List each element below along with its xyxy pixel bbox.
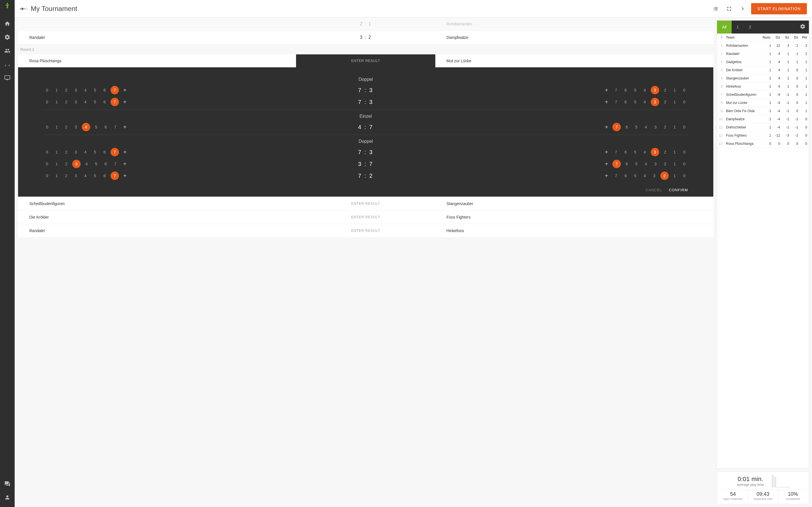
ranking-settings-button[interactable] (797, 24, 809, 31)
score-option[interactable]: 3 (651, 173, 658, 178)
next-round-button[interactable] (738, 4, 748, 14)
score-option[interactable]: 3 (652, 162, 659, 166)
score-option[interactable]: 2 (661, 100, 669, 104)
score-option[interactable]: 3 (651, 98, 659, 106)
score-option[interactable]: 4 (82, 150, 89, 154)
score-option[interactable]: 2 (661, 88, 669, 93)
score-option[interactable]: 4 (641, 88, 649, 93)
rank-row[interactable]: 12Foos Fighters1-12-3-20 (717, 131, 809, 140)
rank-row[interactable]: 8Mut zur Lücke1-4-101 (717, 99, 809, 107)
score-option[interactable]: 1 (53, 88, 60, 93)
score-option[interactable]: 0 (43, 125, 51, 129)
confirm-button[interactable]: CONFIRM (669, 188, 688, 192)
score-option[interactable]: 1 (671, 150, 678, 154)
nav-home[interactable] (0, 17, 15, 31)
score-option[interactable]: 4 (641, 100, 649, 104)
rank-row[interactable]: 13Rosa Plüschtanga00000 (717, 140, 809, 148)
score-option[interactable]: 1 (671, 125, 678, 129)
rank-row[interactable]: 9Bäm Oida Fix Oida1-4-101 (717, 107, 809, 115)
match-row[interactable]: ScheißbudenfigurenENTER RESULTStangenzau… (18, 197, 713, 210)
score-increment-right[interactable]: + (603, 173, 610, 179)
score-option[interactable]: 4 (642, 125, 650, 129)
score-increment-right[interactable]: + (603, 124, 610, 130)
score-option[interactable]: 4 (82, 123, 90, 131)
score-option[interactable]: 0 (680, 162, 688, 166)
score-option[interactable]: 2 (63, 100, 70, 104)
fullscreen-button[interactable] (724, 4, 734, 14)
score-option[interactable]: 2 (661, 162, 669, 166)
rank-tab-group-2[interactable]: 2 (744, 20, 756, 34)
match-row[interactable]: Randale! 3 : 2 Dampfwalze (18, 31, 713, 44)
score-option[interactable]: 5 (91, 150, 99, 154)
score-option[interactable]: 6 (622, 150, 629, 154)
score-option[interactable]: 1 (53, 150, 60, 154)
score-option[interactable]: 0 (680, 173, 688, 178)
score-option[interactable]: 1 (53, 173, 60, 178)
score-option[interactable]: 2 (661, 150, 669, 154)
score-option[interactable]: 7 (612, 150, 620, 154)
rank-tab-group-1[interactable]: 1 (732, 20, 744, 34)
rank-row[interactable]: 10Dampfwalze1-4-1-10 (717, 115, 809, 123)
score-option[interactable]: 7 (612, 88, 620, 93)
score-option[interactable]: 4 (641, 150, 649, 154)
score-option[interactable]: 6 (101, 88, 108, 93)
rank-row[interactable]: 5Stangenzauber14101 (717, 74, 809, 82)
score-option[interactable]: 6 (622, 100, 629, 104)
list-view-button[interactable] (711, 4, 721, 14)
rank-row[interactable]: 1Rohdiamanten112322 (717, 42, 809, 50)
match-row[interactable]: Die KröklerENTER RESULTFoos Fighters (18, 211, 713, 224)
nav-settings[interactable] (0, 31, 15, 44)
score-option[interactable]: 7 (112, 125, 119, 129)
nav-players[interactable] (0, 44, 15, 57)
score-option[interactable]: 4 (642, 162, 650, 166)
score-option[interactable]: 6 (102, 125, 109, 129)
score-option[interactable]: 1 (53, 162, 60, 166)
score-option[interactable]: 6 (622, 173, 629, 178)
score-increment-left[interactable]: + (121, 99, 129, 105)
rank-row[interactable]: 2Randale!14112 (717, 50, 809, 58)
score-option[interactable]: 0 (680, 88, 688, 93)
score-option[interactable]: 7 (612, 160, 621, 168)
score-option[interactable]: 5 (631, 150, 639, 154)
score-option[interactable]: 4 (82, 100, 89, 104)
score-increment-left[interactable]: + (121, 149, 129, 156)
score-option[interactable]: 2 (63, 150, 70, 154)
score-option[interactable]: 6 (623, 162, 630, 166)
score-option[interactable]: 6 (101, 173, 108, 178)
rank-row[interactable]: 4Die Krökler14101 (717, 66, 809, 74)
match-row[interactable]: Randale!ENTER RESULTHinkefoos (18, 224, 713, 237)
score-option[interactable]: 5 (633, 125, 640, 129)
score-option[interactable]: 3 (72, 100, 80, 104)
rank-row[interactable]: 11Drehschieber1-4-1-10 (717, 123, 809, 131)
score-option[interactable]: 0 (43, 100, 51, 104)
nav-screens[interactable] (0, 71, 15, 84)
score-option[interactable]: 1 (53, 100, 60, 104)
score-option[interactable]: 5 (631, 173, 639, 178)
score-increment-right[interactable]: + (603, 161, 610, 167)
score-option[interactable]: 5 (91, 173, 99, 178)
score-option[interactable]: 2 (63, 125, 70, 129)
score-option[interactable]: 6 (102, 162, 109, 166)
score-option[interactable]: 6 (101, 100, 108, 104)
score-increment-right[interactable]: + (603, 149, 610, 156)
score-option[interactable]: 0 (43, 162, 51, 166)
score-option[interactable]: 0 (43, 173, 51, 178)
score-increment-left[interactable]: + (121, 173, 129, 179)
score-option[interactable]: 0 (43, 88, 51, 93)
score-increment-left[interactable]: + (121, 124, 129, 130)
rank-row[interactable]: 7Scheißbudenfiguren1-4-101 (717, 91, 809, 99)
score-option[interactable]: 3 (72, 173, 80, 178)
score-option[interactable]: 3 (651, 148, 659, 156)
score-option[interactable]: 3 (72, 150, 80, 154)
score-increment-left[interactable]: + (121, 87, 129, 94)
score-option[interactable]: 5 (631, 88, 639, 93)
score-option[interactable]: 7 (612, 123, 621, 131)
score-option[interactable]: 5 (631, 100, 639, 104)
score-option[interactable]: 2 (660, 172, 669, 180)
enter-result-tab[interactable]: ENTER RESULT (296, 54, 435, 67)
score-option[interactable]: 3 (72, 160, 81, 168)
score-option[interactable]: 7 (110, 86, 119, 94)
cancel-button[interactable]: CANCEL (646, 188, 662, 192)
score-increment-right[interactable]: + (603, 99, 610, 105)
score-option[interactable]: 7 (110, 172, 119, 180)
